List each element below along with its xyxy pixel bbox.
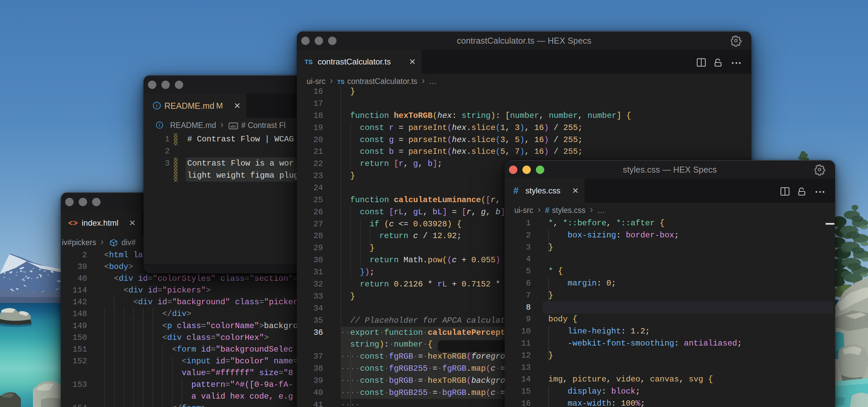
svg-text:abc: abc [230, 124, 236, 128]
